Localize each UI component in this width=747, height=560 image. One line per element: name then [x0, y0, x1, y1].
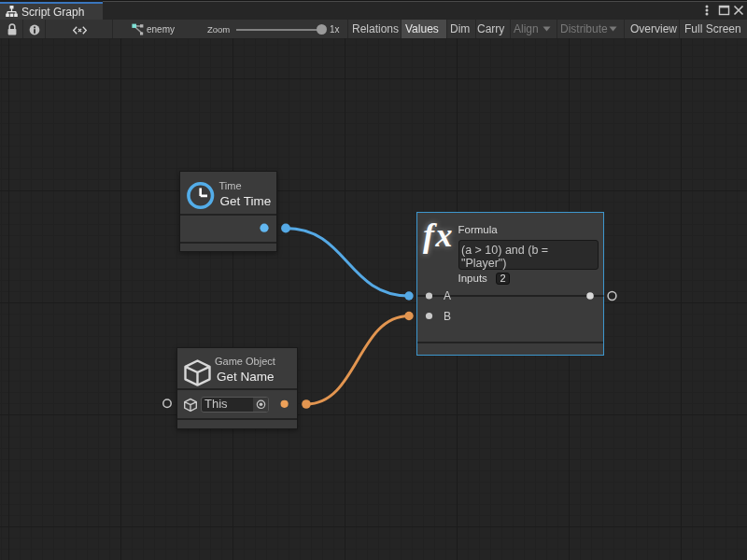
svg-text:A: A	[444, 289, 451, 302]
svg-text:B: B	[444, 310, 451, 323]
